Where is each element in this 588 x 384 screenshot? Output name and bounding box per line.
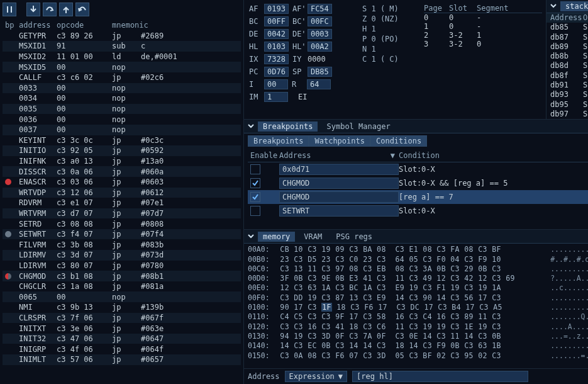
reg-R[interactable]: 64 [307, 79, 331, 89]
expression-input[interactable]: [reg hl] [352, 371, 528, 382]
subtab-watchpoints[interactable]: Watchpoints [309, 135, 370, 147]
reg-AF[interactable]: 0193 [264, 4, 289, 14]
step-into-button[interactable] [26, 3, 40, 16]
disasm-row[interactable]: MSXID211 01 00ldde,#0001 [3, 52, 241, 62]
tab-vram[interactable]: VRAM [299, 232, 327, 242]
address-mode-select[interactable]: Expression ▼ [285, 371, 347, 382]
tab-breakpoints[interactable]: Breakpoints [258, 121, 318, 132]
step-over-button[interactable] [43, 3, 57, 16]
reg-IX[interactable]: 7328 [264, 54, 289, 64]
memory-row[interactable]: 0150: C3 0A 08 C3 F6 07 C3 3D 05 C3 BF 0… [248, 351, 588, 361]
stack-row[interactable]: db8fSP+A0007 [546, 71, 588, 81]
sort-icon[interactable]: ▼ [391, 151, 395, 160]
flags: S 1 ( M)Z 0 (NZ)H 1P 0 (PO)N 1C 1 ( C) [357, 0, 420, 119]
reg-BCp[interactable]: 00FC [308, 16, 332, 26]
reg-PC[interactable]: 0D76 [264, 67, 289, 77]
breakpoint-row[interactable]: CHGMOD[reg a] == 7 [248, 190, 588, 204]
stack-row[interactable]: db89SP+40103 [546, 42, 588, 52]
disasm-row[interactable]: FILVRMc3 3b 08jp#083b [3, 239, 241, 250]
disasm-row[interactable]: 003700nop [3, 125, 241, 135]
memory-row[interactable]: 0100: 90 17 C3 1F 18 C3 F6 17 C3 DC 17 C… [248, 303, 588, 312]
breakpoint-row[interactable]: 0x0d71Slot:0-X [248, 162, 588, 176]
disasm-row[interactable]: KEYINTc3 3c 0cjp#0c3c [3, 135, 241, 146]
reg-BC[interactable]: 00FF [264, 16, 289, 26]
memory-row[interactable]: 00B0: 23 C3 D5 23 C3 C0 23 C3 64 05 C3 F… [248, 255, 588, 264]
disasm-row[interactable]: LDIRMVc3 3d 07jp#073d [3, 250, 241, 261]
step-back-button[interactable] [75, 3, 89, 16]
stack-row[interactable]: db93SP+E23ea [546, 90, 588, 99]
memory-row[interactable]: 00C0: C3 13 11 C3 97 08 C3 EB 08 C3 3A 0… [248, 264, 588, 274]
disasm-row[interactable]: INIFNKc3 a0 13jp#13a0 [3, 156, 241, 167]
breakpoint-marker[interactable] [5, 179, 11, 185]
disasm-row[interactable]: INIMLTc3 57 06jp#0657 [3, 354, 241, 365]
breakpoint-marker[interactable] [5, 231, 11, 237]
dropdown-icon[interactable] [248, 122, 254, 131]
breakpoint-marker[interactable] [5, 273, 11, 280]
step-out-button[interactable] [59, 3, 73, 16]
stack-row[interactable]: db97SP+120000 [546, 110, 588, 119]
reg-DE[interactable]: 0042 [264, 29, 289, 39]
memory-row[interactable]: 00E0: 12 C3 63 1A C3 BC 1A C3 E9 19 C3 F… [248, 283, 588, 293]
enable-checkbox[interactable] [250, 192, 260, 202]
disasm-row[interactable]: CLRSPRc3 7f 06jp#067f [3, 313, 241, 324]
reg-AFp[interactable]: FC54 [308, 4, 332, 14]
disasm-row[interactable]: NMIc3 9b 13jp#139b [3, 302, 241, 313]
stack-row[interactable]: db8dSP+805ff [546, 61, 588, 71]
enable-checkbox[interactable] [250, 164, 260, 174]
disasm-row[interactable]: WRTVRMc3 d7 07jp#07d7 [3, 208, 241, 219]
reg-HL[interactable]: 0103 [264, 42, 289, 52]
disasm-row[interactable]: 003600nop [3, 114, 241, 125]
enable-checkbox[interactable] [250, 178, 260, 188]
memory-row[interactable]: 0110: C4 C5 C3 C3 9F 17 C3 58 16 C3 C4 1… [248, 312, 588, 322]
disasm-row[interactable]: LDIRVMc3 80 07jp#0780 [3, 261, 241, 271]
disasm-row[interactable]: INITXTc3 3e 06jp#063e [3, 323, 241, 334]
disasm-row[interactable]: 003400nop [3, 93, 241, 104]
memory-row[interactable]: 00F0: C3 DD 19 C3 87 13 C3 E9 14 C3 90 1… [248, 293, 588, 303]
disasm-row[interactable]: MSXID500nop [3, 62, 241, 72]
disasm-row[interactable]: DISSCRc3 0a 06jp#060a [3, 166, 241, 177]
memory-row[interactable]: 00A0: CB 10 C3 19 09 C3 BA 08 C3 E1 08 C… [248, 245, 588, 254]
stack-row[interactable]: db95SP+104167 [546, 100, 588, 110]
memory-row[interactable]: 0140: 14 C3 EC 0B C3 14 14 C3 18 14 C3 F… [248, 341, 588, 351]
subtab-conditions[interactable]: Conditions [370, 135, 427, 147]
disasm-row[interactable]: MSXID191subc [3, 41, 241, 52]
disasm-row[interactable]: 003500nop [3, 104, 241, 115]
disasm-row[interactable]: GETYPRc3 89 26jp#2689 [3, 31, 241, 42]
memory-row[interactable]: 00D0: 3F 0B C3 9E 0B E3 41 C3 11 C3 49 1… [248, 274, 588, 283]
disasm-row[interactable]: RDVRMc3 e1 07jp#07e1 [3, 198, 241, 208]
disasm-row[interactable]: 003300nop [3, 83, 241, 94]
subtab-breakpoints[interactable]: Breakpoints [248, 135, 309, 147]
disasm-row[interactable]: INITIOc3 92 05jp#0592 [3, 145, 241, 156]
disasm-row[interactable]: 006500nop [3, 291, 241, 302]
reg-IM[interactable]: 1 [264, 92, 288, 102]
dropdown-icon[interactable] [550, 2, 557, 11]
reg-I[interactable]: 00 [264, 79, 288, 89]
stack-row[interactable]: db8bSP+610dc [546, 52, 588, 61]
disasm-row[interactable]: WRTVDPc3 12 06jp#0612 [3, 188, 241, 198]
pause-button[interactable] [3, 3, 16, 16]
tab-psg[interactable]: PSG regs [331, 232, 377, 242]
breakpoint-row[interactable]: CHGMODSlot:0-X && [reg a] == 5 [248, 176, 588, 190]
disasm-row[interactable]: ENASCRc3 03 06jp#0603 [3, 177, 241, 188]
disasm-row[interactable]: CHGCLRc3 1a 08jp#081a [3, 281, 241, 292]
tab-memory[interactable]: memory [258, 232, 295, 242]
enable-checkbox[interactable] [250, 206, 260, 216]
stack-tab[interactable]: stack [560, 1, 588, 11]
reg-SP[interactable]: DB85 [308, 67, 332, 77]
stack-row[interactable]: db91SP+Cfca8 [546, 81, 588, 90]
stack-row[interactable]: db85SP+000ff [546, 23, 588, 32]
memory-row[interactable]: 0120: C3 C3 16 C3 41 18 C3 C6 11 C3 19 1… [248, 322, 588, 332]
reg-HLp[interactable]: 00A2 [308, 42, 332, 52]
disasm-row[interactable]: INIT32c3 47 06jp#0647 [3, 334, 241, 344]
dropdown-icon[interactable] [248, 232, 254, 241]
disasm-row[interactable]: SETWRTc3 f4 07jp#07f4 [3, 229, 241, 240]
reg-DEp[interactable]: 0003 [308, 29, 332, 39]
stack-row[interactable]: db87SP+20042 [546, 33, 588, 42]
memory-row[interactable]: 0130: 94 19 C3 3D 0F C3 7A 0F C3 0E 14 C… [248, 332, 588, 341]
breakpoint-row[interactable]: SETWRTSlot:0-X [248, 204, 588, 218]
disasm-row[interactable]: CALLFc3 c6 02jp#02c6 [3, 72, 241, 83]
disasm-row[interactable]: SETRDc3 08 08jp#0808 [3, 218, 241, 229]
tab-symbol-manager[interactable]: Symbol Manager [321, 121, 395, 132]
disasm-row[interactable]: INIGRPc3 4f 06jp#064f [3, 344, 241, 354]
disasm-row[interactable]: CHGMODc3 b1 08jp#08b1 [3, 271, 241, 281]
